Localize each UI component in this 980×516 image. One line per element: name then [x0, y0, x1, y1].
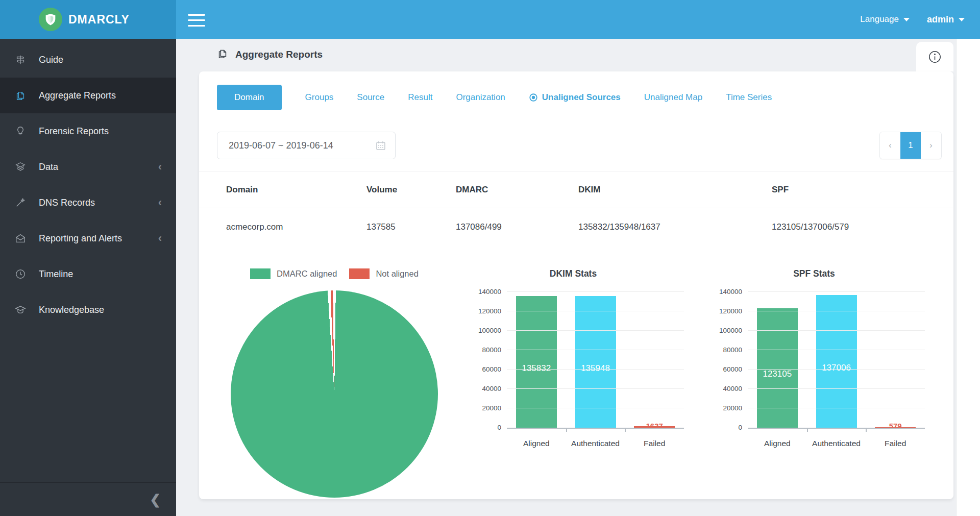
caret-down-icon	[903, 18, 910, 21]
x-tick-label: Failed	[866, 439, 925, 448]
column-header-domain: Domain	[226, 185, 366, 195]
user-dropdown[interactable]: admin	[927, 14, 965, 25]
sidebar-item-forensic-reports[interactable]: Forensic Reports	[0, 113, 176, 149]
sidebar-item-dns-records[interactable]: DNS Records ‹	[0, 185, 176, 220]
table-header-row: Domain Volume DMARC DKIM SPF	[199, 172, 953, 208]
sidebar-item-label: Data	[39, 162, 58, 173]
column-header-spf: SPF	[772, 185, 953, 195]
gridline	[748, 408, 925, 408]
shield-logo-icon	[39, 8, 62, 31]
page-right-gutter	[956, 39, 980, 516]
tab-unaligned-sources[interactable]: Unaligned Sources	[529, 92, 621, 103]
hamburger-bar	[188, 25, 205, 27]
sidebar-item-knowledgebase[interactable]: Knowledgebase	[0, 292, 176, 328]
y-tick-label: 20000	[723, 404, 742, 412]
table-row[interactable]: acmecorp.com 137585 137086/499 135832/13…	[199, 208, 953, 246]
plot-area: 1358321359481637	[507, 292, 684, 428]
x-axis-labels: AlignedAuthenticatedFailed	[507, 439, 684, 448]
sidebar-footer: ❮	[0, 482, 176, 516]
gridline	[748, 311, 925, 311]
y-axis: 020000400006000080000100000120000140000	[710, 292, 742, 428]
y-tick-label: 100000	[719, 327, 742, 335]
x-tick-label: Authenticated	[807, 439, 866, 448]
bar-value-label: 1637	[646, 422, 663, 430]
x-tick-label: Failed	[625, 439, 684, 448]
sidebar-item-label: Aggregate Reports	[39, 90, 116, 101]
x-tick-mark	[625, 428, 626, 432]
info-button[interactable]	[916, 42, 953, 71]
tab-domain[interactable]: Domain	[217, 85, 282, 110]
sidebar-item-label: Guide	[39, 55, 63, 65]
info-icon	[928, 50, 942, 64]
tab-groups[interactable]: Groups	[305, 92, 334, 103]
legend-swatch-green	[250, 268, 271, 279]
page-title-group: Aggregate Reports	[217, 47, 323, 62]
hamburger-menu-button[interactable]	[188, 14, 205, 27]
tab-unaligned-map[interactable]: Unaligned Map	[644, 92, 702, 103]
sidebar-item-label: Reporting and Alerts	[39, 233, 122, 244]
y-tick-label: 60000	[723, 365, 742, 374]
sidebar-item-data[interactable]: Data ‹	[0, 149, 176, 185]
page-title: Aggregate Reports	[235, 49, 323, 60]
pagination-next-button[interactable]: ›	[921, 132, 941, 159]
sidebar: Guide Aggregate Reports Forensic Reports…	[0, 39, 176, 516]
brand-logo[interactable]: DMARCLY	[0, 0, 176, 39]
tab-label: Time Series	[726, 92, 772, 103]
tab-result[interactable]: Result	[408, 92, 432, 103]
tab-organization[interactable]: Organization	[456, 92, 505, 103]
x-tick-mark	[807, 428, 808, 432]
language-dropdown[interactable]: Language	[860, 14, 910, 24]
pie-legend: DMARC aligned Not aligned	[217, 268, 452, 279]
x-tick-label: Authenticated	[566, 439, 625, 448]
wand-icon	[14, 196, 27, 209]
y-tick-label: 20000	[482, 404, 501, 412]
gridline	[507, 350, 684, 350]
cell-domain: acmecorp.com	[226, 222, 366, 232]
language-label: Language	[860, 14, 899, 24]
column-header-volume: Volume	[366, 185, 456, 195]
tab-label: Unaligned Map	[644, 92, 702, 103]
bar-value-label: 137006	[822, 363, 851, 373]
legend-item-dmarc-aligned[interactable]: DMARC aligned	[250, 268, 337, 279]
pages-icon	[14, 89, 27, 102]
pagination-prev-button[interactable]: ‹	[880, 132, 900, 159]
date-range-picker[interactable]: 2019-06-07 ~ 2019-06-14	[217, 132, 396, 159]
username-label: admin	[927, 14, 954, 25]
x-axis-line	[507, 428, 684, 429]
tab-label: Groups	[305, 92, 334, 103]
chart-title: SPF Stats	[710, 268, 918, 279]
x-axis-labels: AlignedAuthenticatedFailed	[748, 439, 925, 448]
aggregate-reports-card: Domain Groups Source Result Organization…	[199, 71, 953, 499]
dmarc-pie-chart: DMARC aligned Not aligned	[217, 268, 452, 279]
clock-icon	[14, 268, 27, 280]
sidebar-item-timeline[interactable]: Timeline	[0, 256, 176, 292]
gridline	[748, 369, 925, 370]
date-range-value: 2019-06-07 ~ 2019-06-14	[229, 140, 375, 151]
x-tick-mark	[566, 428, 567, 432]
bar-value-label: 135832	[522, 363, 551, 374]
sidebar-item-label: DNS Records	[39, 198, 95, 208]
dkim-stats-chart: DKIM Stats 02000040000600008000010000012…	[470, 266, 684, 455]
plot-area: 123105137006579	[748, 292, 925, 428]
legend-item-not-aligned[interactable]: Not aligned	[349, 268, 418, 279]
bullseye-icon	[529, 93, 538, 102]
gridline	[507, 291, 684, 292]
tab-source[interactable]: Source	[357, 92, 384, 103]
sidebar-item-aggregate-reports[interactable]: Aggregate Reports	[0, 78, 176, 113]
sidebar-item-reporting-and-alerts[interactable]: Reporting and Alerts ‹	[0, 220, 176, 256]
sidebar-collapse-button[interactable]: ❮	[150, 493, 161, 506]
tab-label: Domain	[234, 92, 264, 103]
y-tick-label: 120000	[478, 307, 501, 315]
calendar-icon	[375, 139, 387, 152]
report-tabs: Domain Groups Source Result Organization…	[217, 85, 772, 110]
gridline	[748, 330, 925, 331]
y-tick-label: 40000	[723, 385, 742, 393]
pagination-page-1[interactable]: 1	[900, 132, 921, 159]
x-tick-label: Aligned	[507, 439, 566, 448]
x-axis-line	[748, 428, 925, 429]
tab-time-series[interactable]: Time Series	[726, 92, 772, 103]
sidebar-item-guide[interactable]: Guide	[0, 42, 176, 78]
bar-value-label: 123105	[763, 369, 792, 379]
y-tick-label: 120000	[719, 307, 742, 315]
caret-down-icon	[959, 18, 965, 21]
